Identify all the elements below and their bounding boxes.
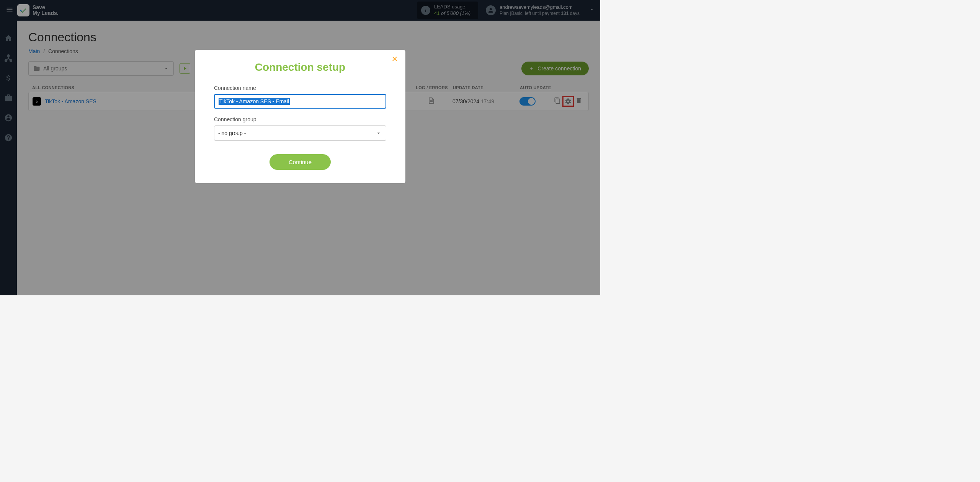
chevron-down-icon: [376, 130, 381, 136]
connection-group-label: Connection group: [214, 116, 386, 122]
modal-close-button[interactable]: [391, 55, 399, 64]
connection-name-input[interactable]: TikTok - Amazon SES - Email: [214, 94, 386, 109]
continue-button[interactable]: Continue: [270, 154, 331, 170]
close-icon: [391, 55, 399, 63]
connection-name-label: Connection name: [214, 85, 386, 91]
modal-title: Connection setup: [214, 61, 386, 73]
connection-setup-modal: Connection setup Connection name TikTok …: [195, 50, 405, 183]
connection-group-select[interactable]: - no group -: [214, 125, 386, 141]
